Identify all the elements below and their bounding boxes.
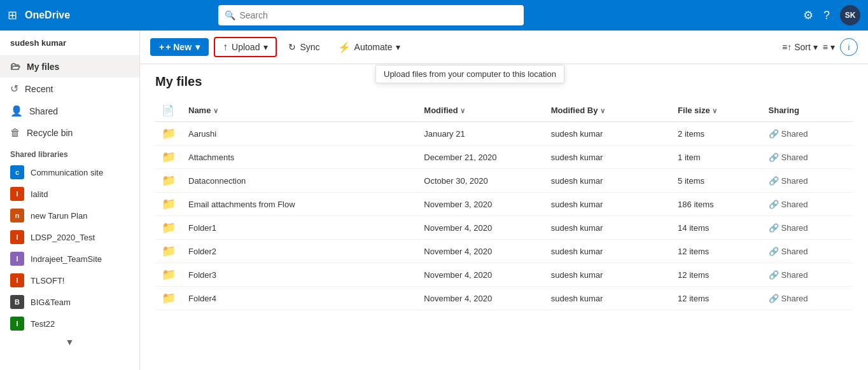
sharing-icon: 🔗	[769, 153, 779, 162]
lib-label: Indrajeet_TeamSite	[31, 254, 102, 264]
library-communication-site[interactable]: c Communication site	[0, 161, 139, 183]
new-button[interactable]: + + New ▾	[150, 38, 209, 56]
table-row[interactable]: 📁 Aarushi January 21 sudesh kumar 2 item…	[155, 122, 853, 146]
automate-chevron-icon: ▾	[396, 42, 400, 52]
lib-avatar: I	[10, 273, 24, 287]
row-icon-cell: 📁	[155, 169, 182, 193]
table-row[interactable]: 📁 Dataconnection October 30, 2020 sudesh…	[155, 169, 853, 193]
main-content: + + New ▾ ↑ Upload ▾ ↻ Sync ⚡ Automate ▾…	[140, 31, 868, 370]
col-header-modified-by[interactable]: Modified By ∨	[545, 99, 671, 122]
row-sharing: 🔗 Shared	[762, 240, 853, 263]
col-header-name[interactable]: Name ∨	[182, 99, 417, 122]
row-modified: November 4, 2020	[417, 240, 544, 263]
library-indrajeet-teamsite[interactable]: I Indrajeet_TeamSite	[0, 248, 139, 270]
table-row[interactable]: 📁 Attachments December 21, 2020 sudesh k…	[155, 146, 853, 169]
row-name: Folder3	[182, 263, 417, 287]
row-file-size: 12 items	[671, 287, 762, 310]
table-row[interactable]: 📁 Folder1 November 4, 2020 sudesh kumar …	[155, 216, 853, 240]
sidebar-user: sudesh kumar	[0, 31, 139, 56]
avatar[interactable]: SK	[840, 5, 860, 25]
recent-icon: ↺	[10, 83, 18, 95]
settings-icon[interactable]: ⚙	[803, 8, 813, 22]
automate-button[interactable]: ⚡ Automate ▾	[332, 38, 407, 57]
table-row[interactable]: 📁 Folder4 November 4, 2020 sudesh kumar …	[155, 287, 853, 310]
sidebar-item-recent[interactable]: ↺ Recent	[0, 78, 139, 100]
col-modby-label: Modified By	[551, 106, 598, 115]
sidebar-item-my-files[interactable]: 🗁 My files	[0, 56, 139, 78]
row-file-size: 2 items	[671, 122, 762, 146]
info-icon: i	[848, 43, 850, 52]
sidebar-item-label: Shared	[29, 106, 58, 116]
row-modified: December 21, 2020	[417, 146, 544, 169]
search-input[interactable]	[239, 10, 517, 20]
layout: sudesh kumar 🗁 My files ↺ Recent 👤 Share…	[0, 31, 868, 370]
folder-icon: 📁	[162, 127, 176, 140]
sharing-icon: 🔗	[769, 270, 779, 280]
row-modified-by: sudesh kumar	[545, 240, 671, 263]
new-label: + New	[165, 42, 192, 52]
row-modified: November 4, 2020	[417, 216, 544, 240]
col-name-label: Name	[188, 106, 211, 115]
view-button[interactable]: ≡ ▾	[823, 42, 835, 52]
view-chevron-icon: ▾	[830, 42, 835, 52]
folder-icon: 📁	[162, 245, 176, 257]
lib-avatar: I	[10, 317, 24, 331]
table-row[interactable]: 📁 Folder2 November 4, 2020 sudesh kumar …	[155, 240, 853, 263]
sharing-icon: 🔗	[769, 223, 779, 233]
library-new-tarun-plan[interactable]: n new Tarun Plan	[0, 205, 139, 226]
sharing-label: Shared	[781, 294, 808, 303]
info-button[interactable]: i	[840, 38, 858, 56]
row-modified: January 21	[417, 122, 544, 146]
help-icon[interactable]: ?	[823, 9, 830, 22]
row-sharing: 🔗 Shared	[762, 122, 853, 146]
col-header-file-size[interactable]: File size ∨	[671, 99, 762, 122]
row-icon-cell: 📁	[155, 146, 182, 169]
new-chevron-icon: ▾	[195, 42, 200, 52]
library-test22[interactable]: I Test22	[0, 313, 139, 334]
search-icon: 🔍	[225, 10, 235, 20]
modified-sort-icon: ∨	[460, 107, 465, 114]
file-table: 📄 Name ∨ Modified ∨ Modified By ∨	[155, 99, 853, 310]
folder-icon: 📁	[162, 221, 176, 234]
sort-button[interactable]: ≡↑ Sort ▾	[782, 42, 818, 52]
sidebar-item-recycle-bin[interactable]: 🗑 Recycle bin	[0, 122, 139, 144]
row-name: Dataconnection	[182, 169, 417, 193]
file-icon: 📄	[162, 105, 174, 116]
col-header-check: 📄	[155, 99, 182, 122]
sync-button[interactable]: ↻ Sync	[282, 38, 326, 56]
upload-arrow-icon: ↑	[223, 41, 228, 53]
row-icon-cell: 📁	[155, 216, 182, 240]
row-modified-by: sudesh kumar	[545, 193, 671, 216]
row-modified: November 3, 2020	[417, 193, 544, 216]
lib-avatar: c	[10, 165, 24, 179]
name-sort-icon: ∨	[213, 107, 218, 114]
lib-label: Test22	[31, 319, 55, 329]
sync-icon: ↻	[288, 42, 296, 52]
library-ldsp-2020-test[interactable]: I LDSP_2020_Test	[0, 226, 139, 248]
upload-button[interactable]: ↑ Upload ▾	[214, 37, 277, 57]
file-area: My files 📄 Name ∨ Modified ∨	[140, 64, 868, 370]
col-header-modified[interactable]: Modified ∨	[417, 99, 544, 122]
row-sharing: 🔗 Shared	[762, 193, 853, 216]
sort-chevron-icon: ▾	[813, 42, 818, 52]
library-tlsoft[interactable]: I TLSOFT!	[0, 270, 139, 291]
table-row[interactable]: 📁 Email attachments from Flow November 3…	[155, 193, 853, 216]
library-big-and-team[interactable]: B BIG&Team	[0, 291, 139, 313]
library-ialitd[interactable]: I Ialitd	[0, 183, 139, 205]
sidebar-item-label: Recycle bin	[27, 128, 73, 138]
toolbar-right: ≡↑ Sort ▾ ≡ ▾ i	[782, 38, 858, 56]
sidebar-scroll-down[interactable]: ▼	[0, 334, 139, 350]
sharing-icon: 🔗	[769, 294, 779, 303]
row-icon-cell: 📁	[155, 240, 182, 263]
row-file-size: 1 item	[671, 146, 762, 169]
table-row[interactable]: 📁 Folder3 November 4, 2020 sudesh kumar …	[155, 263, 853, 287]
lib-label: LDSP_2020_Test	[31, 233, 95, 242]
row-file-size: 14 items	[671, 216, 762, 240]
lib-label: Communication site	[31, 168, 103, 177]
new-plus-icon: +	[159, 42, 164, 52]
grid-icon[interactable]: ⊞	[8, 8, 17, 22]
sidebar-item-shared[interactable]: 👤 Shared	[0, 100, 139, 122]
sidebar-item-label: Recent	[25, 84, 53, 94]
row-modified-by: sudesh kumar	[545, 263, 671, 287]
row-name: Folder1	[182, 216, 417, 240]
